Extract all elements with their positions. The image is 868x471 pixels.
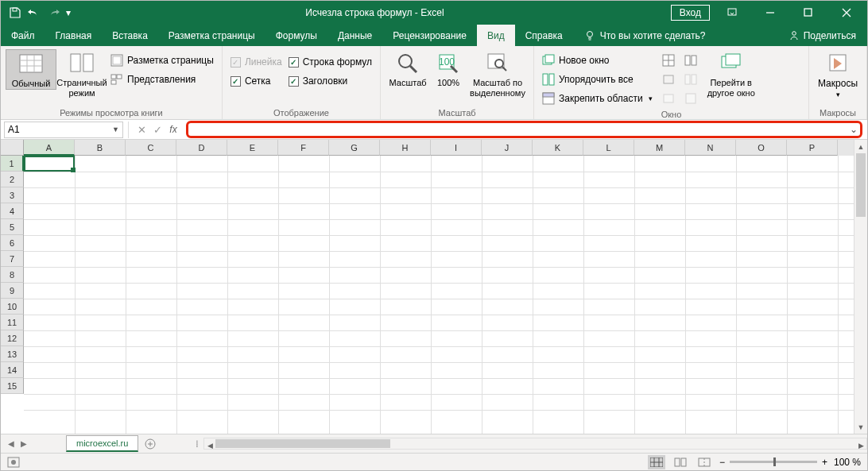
hide-button[interactable] <box>662 71 675 87</box>
switch-window-button[interactable]: Перейти в другое окно <box>700 49 762 98</box>
row-header[interactable]: 6 <box>1 235 24 251</box>
undo-icon[interactable] <box>26 5 42 21</box>
zoom-selection-button[interactable]: Масштаб по выделенному <box>467 49 529 98</box>
row-header[interactable]: 7 <box>1 251 24 267</box>
horizontal-scrollbar[interactable]: ◀ ▶ <box>203 438 867 450</box>
row-header[interactable]: 15 <box>1 378 24 394</box>
sheet-nav[interactable]: ◀▶ <box>1 439 34 448</box>
tab-home[interactable]: Главная <box>45 25 103 46</box>
tab-view[interactable]: Вид <box>477 25 515 46</box>
fx-icon[interactable]: fx <box>165 124 181 135</box>
cancel-formula-icon[interactable]: ✕ <box>134 124 149 136</box>
gridlines-checkbox[interactable]: Сетка <box>231 73 282 89</box>
freeze-panes-button[interactable]: Закрепить области▾ <box>542 91 653 106</box>
row-header[interactable]: 8 <box>1 267 24 283</box>
login-button[interactable]: Вход <box>671 5 710 21</box>
row-header[interactable]: 1 <box>1 156 24 172</box>
minimize-button[interactable] <box>754 1 786 25</box>
column-header[interactable]: P <box>787 140 838 156</box>
zoom-100-button[interactable]: 100 100% <box>430 49 467 88</box>
row-header[interactable]: 2 <box>1 172 24 187</box>
share-button[interactable]: Поделиться <box>777 25 867 46</box>
view-side-button[interactable] <box>684 71 697 87</box>
arrange-all-button[interactable]: Упорядочить все <box>542 71 653 87</box>
column-header[interactable]: D <box>176 140 227 156</box>
row-header[interactable]: 4 <box>1 203 24 219</box>
scroll-up-icon[interactable]: ▲ <box>854 140 867 153</box>
pagelayout-view-button[interactable]: Разметка страницы <box>110 52 214 68</box>
scroll-right-icon[interactable]: ▶ <box>855 438 866 452</box>
row-header[interactable]: 13 <box>1 346 24 362</box>
reset-pos-button[interactable] <box>684 91 697 106</box>
zoom-out-icon[interactable]: − <box>719 457 725 468</box>
tab-insert[interactable]: Вставка <box>102 25 158 46</box>
column-header[interactable]: H <box>380 140 431 156</box>
maximize-button[interactable] <box>792 1 824 25</box>
redo-icon[interactable] <box>45 5 61 21</box>
normal-view-status-icon[interactable] <box>648 455 665 469</box>
tab-formulas[interactable]: Формулы <box>265 25 327 46</box>
close-button[interactable] <box>831 1 862 25</box>
cell-grid[interactable] <box>24 156 854 434</box>
zoom-level[interactable]: 100 % <box>834 457 861 468</box>
scroll-left-icon[interactable]: ◀ <box>204 438 215 452</box>
zoom-button[interactable]: Масштаб <box>386 49 430 88</box>
row-header[interactable]: 10 <box>1 299 24 315</box>
column-header[interactable]: C <box>126 140 176 156</box>
scroll-down-icon[interactable]: ▼ <box>854 420 867 434</box>
row-header[interactable]: 11 <box>1 315 24 330</box>
nav-next-icon[interactable]: ▶ <box>18 439 29 448</box>
column-header[interactable]: B <box>75 140 126 156</box>
column-header[interactable]: L <box>583 140 634 156</box>
pagebreak-view-button[interactable]: Страничный режим <box>56 49 107 98</box>
zoom-slider[interactable]: − + <box>719 457 827 468</box>
split-button[interactable] <box>662 52 675 68</box>
sheet-tab[interactable]: microexcel.ru <box>66 435 138 452</box>
nav-prev-icon[interactable]: ◀ <box>6 439 17 448</box>
custom-views-button[interactable]: Представления <box>110 71 214 87</box>
column-header[interactable]: A <box>24 140 75 156</box>
ribbon-options-icon[interactable] <box>716 1 748 25</box>
column-header[interactable]: I <box>431 140 482 156</box>
column-header[interactable]: J <box>482 140 533 156</box>
new-window-button[interactable]: Новое окно <box>542 52 653 68</box>
row-header[interactable]: 5 <box>1 219 24 235</box>
tab-review[interactable]: Рецензирование <box>382 25 477 46</box>
tab-data[interactable]: Данные <box>327 25 382 46</box>
column-header[interactable]: G <box>329 140 380 156</box>
column-header[interactable]: O <box>736 140 787 156</box>
row-header[interactable]: 12 <box>1 330 24 346</box>
enter-formula-icon[interactable]: ✓ <box>149 124 165 136</box>
tab-file[interactable]: Файл <box>1 25 45 46</box>
zoom-in-icon[interactable]: + <box>822 457 827 468</box>
normal-view-button[interactable]: Обычный <box>6 49 56 90</box>
column-header[interactable]: F <box>278 140 329 156</box>
select-all-corner[interactable] <box>1 140 24 156</box>
add-sheet-button[interactable] <box>141 435 159 453</box>
qat-dropdown-icon[interactable]: ▾ <box>64 5 72 21</box>
name-box[interactable]: A1▼ <box>4 122 123 138</box>
column-header[interactable]: M <box>634 140 685 156</box>
vertical-scrollbar[interactable]: ▲ ▼ <box>854 140 867 434</box>
row-header[interactable]: 9 <box>1 283 24 299</box>
column-header[interactable]: K <box>533 140 583 156</box>
record-macro-icon[interactable] <box>7 457 20 468</box>
row-header[interactable]: 14 <box>1 362 24 378</box>
pagelayout-status-icon[interactable] <box>672 455 689 469</box>
scroll-thumb[interactable] <box>856 153 866 217</box>
save-icon[interactable] <box>7 5 23 21</box>
row-header[interactable]: 3 <box>1 187 24 203</box>
formula-expand-icon[interactable]: ⌄ <box>847 124 860 135</box>
formula-input[interactable] <box>188 123 847 136</box>
headings-checkbox[interactable]: Заголовки <box>289 73 372 89</box>
column-header[interactable]: N <box>685 140 736 156</box>
macros-button[interactable]: Макросы▾ <box>814 49 862 100</box>
tab-help[interactable]: Справка <box>515 25 573 46</box>
sync-scroll-button[interactable] <box>684 52 697 68</box>
column-header[interactable]: E <box>227 140 278 156</box>
scroll-thumb[interactable] <box>215 439 390 448</box>
tab-pagelayout[interactable]: Разметка страницы <box>158 25 265 46</box>
tab-split-handle[interactable]: ⁞ <box>191 438 203 450</box>
pagebreak-status-icon[interactable] <box>696 455 713 469</box>
tell-me[interactable]: Что вы хотите сделать? <box>573 25 717 46</box>
